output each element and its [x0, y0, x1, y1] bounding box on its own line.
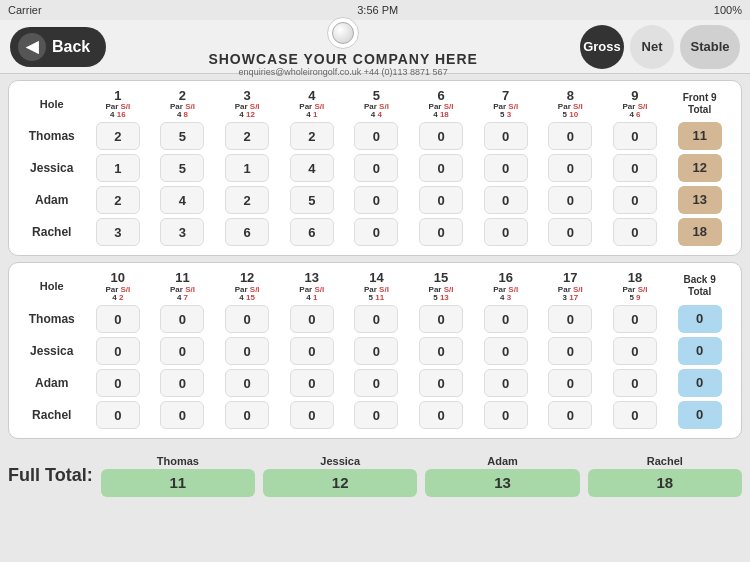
score-jessica-7[interactable]: 0 [484, 154, 528, 182]
score-jessica-11[interactable]: 0 [160, 337, 204, 365]
gross-button[interactable]: Gross [580, 25, 624, 69]
front9-row-thomas: Thomas 2 5 2 2 0 0 0 0 0 11 [19, 121, 731, 151]
score-thomas-3[interactable]: 2 [225, 122, 269, 150]
score-rachel-14[interactable]: 0 [354, 401, 398, 429]
score-rachel-2[interactable]: 3 [160, 218, 204, 246]
score-adam-8[interactable]: 0 [548, 186, 592, 214]
back9-hole-12: 12 Par S/I 4 15 [216, 271, 279, 301]
score-jessica-9[interactable]: 0 [613, 154, 657, 182]
score-jessica-12[interactable]: 0 [225, 337, 269, 365]
score-thomas-14[interactable]: 0 [354, 305, 398, 333]
score-thomas-15[interactable]: 0 [419, 305, 463, 333]
thomas-total-col: Thomas 11 [101, 455, 255, 497]
score-rachel-15[interactable]: 0 [419, 401, 463, 429]
score-rachel-10[interactable]: 0 [96, 401, 140, 429]
score-jessica-13[interactable]: 0 [290, 337, 334, 365]
score-jessica-10[interactable]: 0 [96, 337, 140, 365]
net-button[interactable]: Net [630, 25, 674, 69]
score-thomas-18[interactable]: 0 [613, 305, 657, 333]
score-adam-10[interactable]: 0 [96, 369, 140, 397]
score-rachel-1[interactable]: 3 [96, 218, 140, 246]
score-rachel-3[interactable]: 6 [225, 218, 269, 246]
player-name-adam-back: Adam [19, 368, 85, 398]
back-button[interactable]: ◀ Back [10, 27, 106, 67]
front9-row-jessica: Jessica 1 5 1 4 0 0 0 0 0 12 [19, 153, 731, 183]
score-rachel-8[interactable]: 0 [548, 218, 592, 246]
score-adam-7[interactable]: 0 [484, 186, 528, 214]
rachel-total-col: Rachel 18 [588, 455, 742, 497]
score-adam-11[interactable]: 0 [160, 369, 204, 397]
score-rachel-16[interactable]: 0 [484, 401, 528, 429]
score-adam-14[interactable]: 0 [354, 369, 398, 397]
back9-row-adam: Adam 0 0 0 0 0 0 0 0 0 0 [19, 368, 731, 398]
score-adam-1[interactable]: 2 [96, 186, 140, 214]
front9-hole-7: 7 Par S/I 5 3 [474, 89, 537, 119]
adam-total-col: Adam 13 [425, 455, 579, 497]
score-rachel-6[interactable]: 0 [419, 218, 463, 246]
score-rachel-11[interactable]: 0 [160, 401, 204, 429]
score-thomas-2[interactable]: 5 [160, 122, 204, 150]
score-thomas-13[interactable]: 0 [290, 305, 334, 333]
score-jessica-5[interactable]: 0 [354, 154, 398, 182]
score-thomas-6[interactable]: 0 [419, 122, 463, 150]
adam-footer-name: Adam [487, 455, 518, 467]
score-rachel-13[interactable]: 0 [290, 401, 334, 429]
score-thomas-1[interactable]: 2 [96, 122, 140, 150]
header-buttons: Gross Net Stable [580, 25, 740, 69]
score-thomas-8[interactable]: 0 [548, 122, 592, 150]
score-rachel-5[interactable]: 0 [354, 218, 398, 246]
full-total-label: Full Total: [8, 465, 93, 486]
score-jessica-4[interactable]: 4 [290, 154, 334, 182]
score-thomas-5[interactable]: 0 [354, 122, 398, 150]
score-rachel-9[interactable]: 0 [613, 218, 657, 246]
jessica-footer-name: Jessica [320, 455, 360, 467]
score-adam-6[interactable]: 0 [419, 186, 463, 214]
score-adam-17[interactable]: 0 [548, 369, 592, 397]
jessica-total-col: Jessica 12 [263, 455, 417, 497]
score-adam-9[interactable]: 0 [613, 186, 657, 214]
score-jessica-18[interactable]: 0 [613, 337, 657, 365]
player-name-rachel-back: Rachel [19, 400, 85, 430]
score-adam-3[interactable]: 2 [225, 186, 269, 214]
score-rachel-17[interactable]: 0 [548, 401, 592, 429]
front9-hole-header: Hole [19, 89, 85, 119]
score-adam-5[interactable]: 0 [354, 186, 398, 214]
score-thomas-11[interactable]: 0 [160, 305, 204, 333]
score-jessica-15[interactable]: 0 [419, 337, 463, 365]
score-jessica-6[interactable]: 0 [419, 154, 463, 182]
front9-hole-1: 1 Par S/I 4 16 [87, 89, 150, 119]
back9-hole-11: 11 Par S/I 4 7 [151, 271, 214, 301]
score-thomas-10[interactable]: 0 [96, 305, 140, 333]
stable-button[interactable]: Stable [680, 25, 740, 69]
score-jessica-16[interactable]: 0 [484, 337, 528, 365]
score-adam-2[interactable]: 4 [160, 186, 204, 214]
score-thomas-12[interactable]: 0 [225, 305, 269, 333]
score-jessica-2[interactable]: 5 [160, 154, 204, 182]
back9-section: Hole 10 Par S/I 4 2 11 Par S/I 4 7 12 [8, 262, 742, 438]
front9-hole-8: 8 Par S/I 5 10 [539, 89, 602, 119]
score-jessica-1[interactable]: 1 [96, 154, 140, 182]
score-thomas-17[interactable]: 0 [548, 305, 592, 333]
score-adam-15[interactable]: 0 [419, 369, 463, 397]
score-jessica-3[interactable]: 1 [225, 154, 269, 182]
score-thomas-9[interactable]: 0 [613, 122, 657, 150]
score-adam-18[interactable]: 0 [613, 369, 657, 397]
score-jessica-17[interactable]: 0 [548, 337, 592, 365]
score-rachel-7[interactable]: 0 [484, 218, 528, 246]
jessica-full-total: 12 [263, 469, 417, 497]
score-rachel-18[interactable]: 0 [613, 401, 657, 429]
score-adam-12[interactable]: 0 [225, 369, 269, 397]
score-thomas-7[interactable]: 0 [484, 122, 528, 150]
score-thomas-16[interactable]: 0 [484, 305, 528, 333]
score-adam-16[interactable]: 0 [484, 369, 528, 397]
score-jessica-14[interactable]: 0 [354, 337, 398, 365]
front9-row-rachel: Rachel 3 3 6 6 0 0 0 0 0 18 [19, 217, 731, 247]
score-rachel-12[interactable]: 0 [225, 401, 269, 429]
score-jessica-8[interactable]: 0 [548, 154, 592, 182]
back9-hole-header: Hole [19, 271, 85, 301]
score-adam-4[interactable]: 5 [290, 186, 334, 214]
score-thomas-4[interactable]: 2 [290, 122, 334, 150]
carrier-label: Carrier [8, 4, 42, 16]
score-rachel-4[interactable]: 6 [290, 218, 334, 246]
score-adam-13[interactable]: 0 [290, 369, 334, 397]
